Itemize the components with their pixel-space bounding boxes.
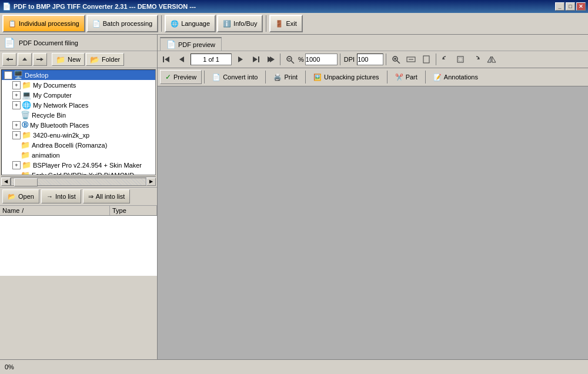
unpack-button[interactable]: 🖼️ Unpacking pictures [308, 70, 385, 84]
annotations-icon: 📝 [433, 74, 442, 81]
part-button[interactable]: ✂️ Part [390, 70, 423, 84]
folder-button[interactable]: 📂 Folder [86, 53, 124, 66]
svg-rect-1 [9, 59, 13, 60]
type-column-header[interactable]: Type [110, 206, 157, 215]
expander-desktop[interactable]: - [4, 71, 12, 79]
tree-item-bsplayer[interactable]: + 📁 BSPlayer Pro v2.24.954 + Skin Maker [2, 160, 155, 170]
scroll-track[interactable] [11, 178, 146, 186]
preview-area [158, 86, 588, 359]
tree-item-desktop[interactable]: - 🖥️ Desktop [2, 70, 155, 80]
pdf-tab-icon: 📄 [166, 40, 176, 49]
expander-network[interactable]: + [12, 101, 21, 109]
tree-item-3420[interactable]: + 📁 3420-enu-win2k_xp [2, 130, 155, 140]
folder-bsplayer-icon: 📁 [22, 161, 31, 169]
action-sep-2 [265, 71, 266, 84]
nav-back-btn[interactable] [2, 53, 16, 66]
tree-item-recycle-bin[interactable]: 🗑️ Recycle Bin [2, 110, 155, 120]
tree-horizontal-scrollbar[interactable]: ◀ ▶ [1, 176, 156, 186]
expander-3420[interactable]: + [12, 131, 21, 139]
pdf-zoom-in-btn[interactable] [389, 53, 403, 66]
svg-rect-25 [459, 58, 462, 61]
pdf-prev-btn[interactable] [175, 53, 189, 66]
pdf-toolbar: % DPI [158, 51, 588, 68]
convert-button[interactable]: 📄 Convert into [207, 70, 263, 84]
folder-icon: 📂 [90, 55, 99, 64]
nav-forward-btn[interactable] [33, 53, 47, 66]
pdf-crop-btn[interactable] [454, 53, 468, 66]
app-icon: 📄 [2, 2, 11, 11]
maximize-button[interactable]: □ [566, 2, 575, 11]
pdf-mirror-btn[interactable] [485, 53, 499, 66]
scroll-thumb[interactable] [14, 178, 38, 186]
pdf-last-btn[interactable] [248, 53, 262, 66]
into-list-button[interactable]: → Into list [41, 189, 81, 203]
pdf-fit-page-btn[interactable] [419, 53, 433, 66]
print-icon: 🖨️ [273, 74, 282, 81]
batch-processing-button[interactable]: 📄 Batch processing [86, 15, 158, 32]
infobuy-button[interactable]: ℹ️ Info/Buy [217, 15, 263, 32]
tree-item-animation[interactable]: 📁 animation [2, 150, 155, 160]
open-button[interactable]: 📂 Open [2, 189, 39, 203]
exit-button[interactable]: 🚪 Exit [269, 15, 302, 32]
preview-button[interactable]: ✓ Preview [160, 70, 202, 84]
name-column-header[interactable]: Name / [0, 206, 110, 215]
pdf-rotate-ccw-btn[interactable] [439, 53, 453, 66]
tree-label-ferly: Ferly Gold DVDRin XviD DiAMOND [32, 172, 134, 176]
close-button[interactable]: ✕ [576, 2, 586, 11]
pdf-fit-width-btn[interactable] [404, 53, 418, 66]
tree-label-network-places: My Network Places [33, 102, 88, 109]
language-button[interactable]: 🌐 Language [165, 15, 216, 32]
recycle-icon: 🗑️ [21, 111, 30, 119]
title-bar-controls: _ □ ✕ [555, 2, 586, 11]
expander-bsplayer[interactable]: + [12, 161, 21, 169]
pdf-zoom-input[interactable] [305, 54, 338, 65]
folder-my-documents-icon: 📁 [22, 81, 31, 89]
status-bar: 0% [0, 359, 588, 374]
tree-item-ferly[interactable]: 📁 Ferly Gold DVDRin XviD DiAMOND [2, 170, 155, 175]
exit-icon: 🚪 [275, 20, 283, 28]
tree-item-network-places[interactable]: + 🌐 My Network Places [2, 100, 155, 110]
expander-bluetooth[interactable]: + [12, 121, 21, 129]
pdf-preview-tab[interactable]: 📄 PDF preview [160, 37, 222, 51]
svg-marker-6 [165, 56, 169, 62]
tree-view[interactable]: - 🖥️ Desktop + 📁 My Documents + 💻 My Com… [1, 69, 156, 175]
bottom-actions: 📂 Open → Into list ⇒ All into list [0, 187, 157, 205]
new-button[interactable]: 📁 New [52, 53, 85, 66]
pdf-dpi-input[interactable] [357, 54, 383, 65]
tree-item-bluetooth-places[interactable]: + Ⓑ My Bluetooth Places [2, 120, 155, 130]
expander-my-documents[interactable]: + [12, 81, 21, 89]
tree-item-my-computer[interactable]: + 💻 My Computer [2, 90, 155, 100]
into-list-icon: → [46, 193, 53, 200]
computer-icon: 💻 [22, 91, 31, 99]
title-bar: 📄 PDF to BMP JPG TIFF Converter 2.31 ---… [0, 0, 588, 13]
svg-marker-3 [41, 58, 44, 61]
pdf-home-btn[interactable] [160, 53, 174, 66]
annotations-button[interactable]: 📝 Annotations [428, 70, 483, 84]
all-into-list-button[interactable]: ⇒ All into list [83, 189, 131, 203]
tree-item-my-documents[interactable]: + 📁 My Documents [2, 80, 155, 90]
folder-andrea-icon: 📁 [21, 141, 30, 149]
pdf-next-btn[interactable] [233, 53, 247, 66]
file-list-header: Name / Type [0, 206, 157, 216]
tree-item-andrea[interactable]: 📁 Andrea Bocelli (Romanza) [2, 140, 155, 150]
convert-icon: 📄 [212, 74, 220, 81]
svg-marker-0 [6, 58, 9, 61]
scroll-left-btn[interactable]: ◀ [1, 178, 11, 186]
scroll-right-btn[interactable]: ▶ [146, 178, 156, 186]
pdf-filing-label: PDF Document filing [19, 39, 78, 46]
action-sep-5 [425, 71, 426, 84]
progress-text: 0% [5, 363, 14, 370]
pdf-end-btn[interactable] [263, 53, 278, 66]
individual-processing-button[interactable]: 📋 Individual processing [2, 15, 85, 32]
folder-animation-icon: 📁 [21, 151, 30, 159]
app-title: PDF to BMP JPG TIFF Converter 2.31 --- D… [14, 3, 196, 10]
pdf-zoom-out-btn[interactable] [283, 53, 297, 66]
print-button[interactable]: 🖨️ Print [268, 70, 303, 84]
batch-icon: 📄 [92, 20, 101, 28]
pdf-rotate-cw-btn[interactable] [469, 53, 483, 66]
minimize-button[interactable]: _ [555, 2, 564, 11]
expander-my-computer[interactable]: + [12, 91, 21, 99]
svg-rect-5 [163, 56, 164, 62]
pdf-page-input[interactable] [191, 54, 232, 65]
nav-up-btn[interactable] [18, 53, 32, 66]
